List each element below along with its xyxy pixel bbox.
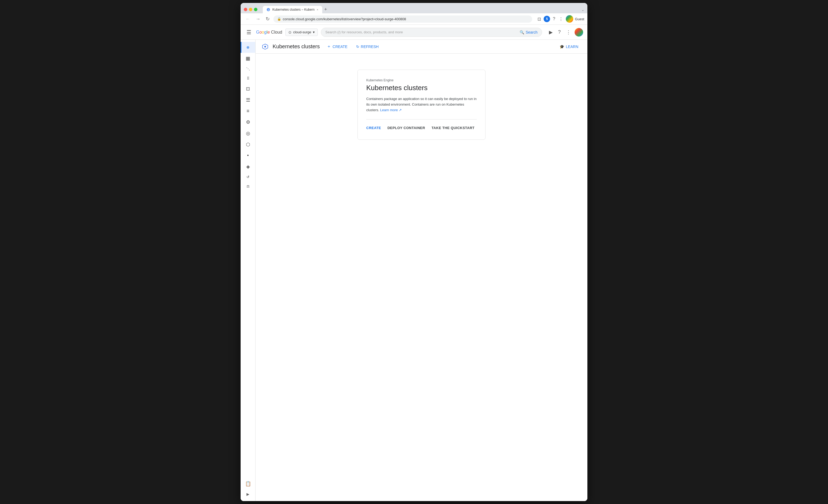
- refresh-button[interactable]: ↻: [264, 15, 271, 23]
- dot-icon: •: [247, 153, 249, 158]
- chrome-titlebar: ⎈ Kubernetes clusters – Kubern × + ⌄: [241, 3, 587, 13]
- sidebar-expand-button[interactable]: ▶: [246, 489, 249, 499]
- sidebar-item-workloads[interactable]: ▦: [241, 53, 255, 64]
- guest-label: Guest: [575, 17, 584, 21]
- project-dropdown-icon: ▾: [313, 30, 315, 34]
- sidebar-item-security[interactable]: ⬡: [241, 139, 255, 150]
- more-options-button[interactable]: ⋮: [565, 28, 573, 37]
- migrate-icon: ↺: [246, 175, 249, 179]
- help-button[interactable]: ?: [556, 28, 562, 37]
- sidebar-item-dot[interactable]: •: [241, 150, 255, 161]
- card-deploy-button[interactable]: DEPLOY CONTAINER: [387, 125, 425, 131]
- hierarchy-icon: ⋱: [246, 67, 250, 71]
- tab-close-icon[interactable]: ×: [317, 8, 318, 11]
- hamburger-button[interactable]: ☰: [245, 28, 253, 37]
- search-btn-label: Search: [526, 30, 538, 34]
- window-controls: ⌄: [582, 7, 584, 12]
- account-avatar[interactable]: [575, 28, 583, 37]
- sidebar-item-hierarchy[interactable]: ⋱: [241, 64, 255, 74]
- sidebar-item-storage[interactable]: ⊡: [241, 83, 255, 94]
- storage-icon: ⊡: [246, 86, 250, 92]
- address-bar[interactable]: 🔒 console.cloud.google.com/kubernetes/li…: [274, 15, 532, 23]
- side-nav: ⎈ ▦ ⋱ ⠿ ⊡ ☰ ≡ ⚙ ◎: [241, 40, 255, 501]
- notification-count: 5: [546, 17, 548, 21]
- project-name: cloud-surge: [293, 30, 311, 34]
- card-create-button[interactable]: CREATE: [366, 125, 381, 131]
- info-card-actions: CREATE DEPLOY CONTAINER TAKE THE QUICKST…: [366, 119, 477, 131]
- deploy-icon: ⚙: [246, 119, 250, 125]
- refresh-btn-label: REFRESH: [361, 45, 379, 49]
- more-nav-button[interactable]: ⋮: [558, 15, 564, 23]
- marketplace-icon: ⚖: [246, 184, 250, 188]
- apps-icon: ⠿: [247, 76, 249, 81]
- sidebar-item-clusters[interactable]: ⎈: [241, 42, 255, 53]
- sidebar-item-config[interactable]: ☰: [241, 94, 255, 106]
- info-card: Kubernetes Engine Kubernetes clusters Co…: [358, 70, 486, 140]
- create-plus-icon: ＋: [327, 44, 331, 49]
- search-placeholder: Search (/) for resources, docs, products…: [325, 30, 518, 34]
- svg-point-3: [264, 46, 266, 47]
- create-btn-label: CREATE: [333, 45, 347, 49]
- sidebar-item-logs[interactable]: ≡: [241, 106, 255, 117]
- monitoring-icon: ◎: [246, 130, 250, 136]
- terminal-button[interactable]: ▶: [547, 28, 554, 37]
- topbar-actions: ▶ ? ⋮: [547, 28, 583, 37]
- info-card-title: Kubernetes clusters: [366, 84, 477, 92]
- workloads-icon: ▦: [246, 55, 250, 61]
- sidebar-item-clipboard[interactable]: 📋: [241, 478, 255, 489]
- content-main: Kubernetes Engine Kubernetes clusters Co…: [255, 54, 587, 501]
- expand-icon: ⌄: [582, 8, 584, 12]
- browser-window: ⎈ Kubernetes clusters – Kubern × + ⌄ ← →…: [241, 3, 587, 501]
- header-learn-button[interactable]: 🎓 LEARN: [557, 43, 581, 50]
- sidebar-item-apps[interactable]: ⠿: [241, 74, 255, 83]
- logo-text: Google Cloud: [256, 30, 282, 35]
- nav-actions: ⊡ 5 ? ⋮ Guest: [536, 15, 584, 23]
- learn-btn-label: LEARN: [566, 45, 578, 49]
- cast-button[interactable]: ⊡: [536, 15, 542, 23]
- gcp-topbar: ☰ Google Cloud ⊙ cloud-surge ▾ Search (/…: [241, 25, 587, 40]
- search-button[interactable]: 🔍 Search: [520, 30, 538, 34]
- learn-icon: 🎓: [560, 45, 564, 49]
- search-bar[interactable]: Search (/) for resources, docs, products…: [321, 28, 542, 37]
- config-icon: ☰: [246, 97, 250, 103]
- sidebar-item-migrate[interactable]: ↺: [241, 172, 255, 181]
- content-area: Kubernetes clusters ＋ CREATE ↻ REFRESH 🎓…: [255, 40, 587, 501]
- project-icon: ⊙: [288, 30, 292, 34]
- refresh-icon: ↻: [356, 45, 359, 49]
- close-button[interactable]: [244, 8, 247, 11]
- policy-icon: ◈: [246, 164, 250, 170]
- user-avatar[interactable]: [566, 15, 573, 23]
- google-cloud-logo[interactable]: Google Cloud: [256, 30, 282, 35]
- back-button[interactable]: ←: [244, 15, 252, 23]
- minimize-button[interactable]: [249, 8, 252, 11]
- lock-icon: 🔒: [277, 17, 281, 21]
- tab-favicon-icon: ⎈: [266, 8, 270, 11]
- logs-icon: ≡: [246, 108, 249, 114]
- sidebar-item-deploy[interactable]: ⚙: [241, 117, 255, 128]
- project-selector[interactable]: ⊙ cloud-surge ▾: [285, 29, 318, 36]
- help-nav-button[interactable]: ?: [552, 15, 556, 23]
- expand-nav-icon: ▶: [246, 492, 249, 496]
- page-header: Kubernetes clusters ＋ CREATE ↻ REFRESH 🎓…: [255, 40, 587, 54]
- tab-title: Kubernetes clusters – Kubern: [272, 8, 315, 11]
- header-actions: ＋ CREATE ↻ REFRESH: [324, 42, 381, 51]
- header-create-button[interactable]: ＋ CREATE: [324, 42, 350, 51]
- maximize-button[interactable]: [254, 8, 257, 11]
- main-layout: ⎈ ▦ ⋱ ⠿ ⊡ ☰ ≡ ⚙ ◎: [241, 40, 587, 501]
- sidebar-item-monitoring[interactable]: ◎: [241, 128, 255, 139]
- header-refresh-button[interactable]: ↻ REFRESH: [354, 43, 381, 50]
- card-quickstart-button[interactable]: TAKE THE QUICKSTART: [431, 125, 474, 131]
- external-link-icon: ↗: [399, 108, 402, 112]
- active-tab[interactable]: ⎈ Kubernetes clusters – Kubern ×: [263, 6, 322, 13]
- learn-more-link[interactable]: Learn more ↗: [380, 108, 402, 112]
- info-card-desc: Containers package an application so it …: [366, 96, 477, 113]
- new-tab-button[interactable]: +: [322, 6, 329, 13]
- sidebar-item-policy[interactable]: ◈: [241, 161, 255, 172]
- clusters-icon: ⎈: [246, 45, 249, 50]
- sidebar-item-marketplace[interactable]: ⚖: [241, 181, 255, 191]
- forward-button[interactable]: →: [254, 15, 262, 23]
- engine-label: Kubernetes Engine: [366, 78, 477, 82]
- search-icon: 🔍: [520, 30, 524, 34]
- page-title: Kubernetes clusters: [273, 43, 320, 50]
- notification-badge[interactable]: 5: [544, 16, 550, 22]
